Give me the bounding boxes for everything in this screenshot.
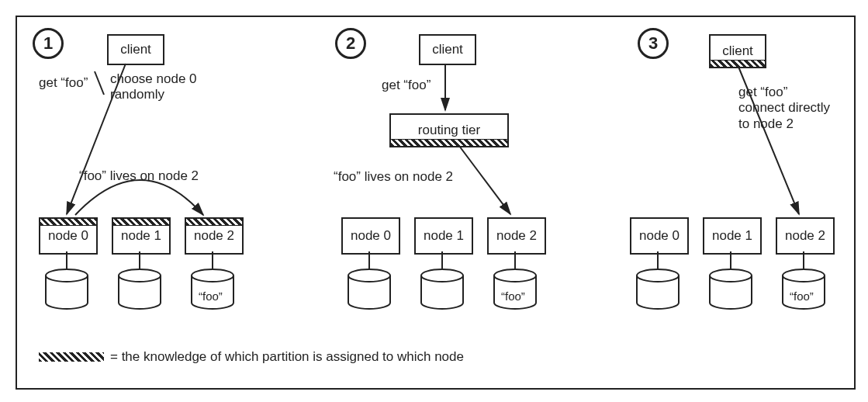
s2-node2-box: node 2 [487, 217, 546, 255]
s3-client-label: client [722, 43, 753, 59]
s1-node1-label: node 1 [121, 228, 161, 244]
s2-stem2 [514, 251, 516, 270]
svg-point-7 [710, 269, 752, 282]
legend-text: = the knowledge of which partition is as… [110, 349, 464, 365]
scenario-1-circle: 1 [33, 28, 64, 59]
diagram-frame: 1 2 3 client get “foo” choose node 0 ran… [16, 16, 856, 390]
scenario-1-num: 1 [43, 33, 53, 54]
s2-foo-lives-label: “foo” lives on node 2 [334, 169, 453, 185]
s1-stem2 [212, 251, 213, 270]
s3-stem1 [730, 251, 731, 270]
svg-point-1 [119, 269, 161, 282]
s3-node1-box: node 1 [703, 217, 762, 255]
s2-client-box: client [419, 34, 476, 65]
s3-stem2 [803, 251, 804, 270]
s1-client-box: client [107, 34, 164, 65]
s2-node1-label: node 1 [424, 228, 464, 244]
svg-point-8 [783, 269, 825, 282]
s2-routing-tier-label: routing tier [418, 123, 480, 138]
s1-foo-lives-label: “foo” lives on node 2 [79, 168, 199, 184]
s3-get-foo-label: get “foo” connect directly to node 2 [738, 85, 830, 132]
legend-hatch-icon [39, 352, 104, 362]
s1-node2-box: node 2 [185, 217, 244, 255]
svg-point-2 [192, 269, 233, 282]
scenario-3-circle: 3 [638, 28, 669, 59]
s2-client-label: client [432, 42, 463, 57]
scenario-2-num: 2 [346, 33, 355, 54]
s3-stem0 [657, 251, 659, 270]
s3-node2-label: node 2 [785, 228, 825, 244]
s1-node2-label: node 2 [194, 228, 234, 244]
s2-node1-box: node 1 [414, 217, 473, 255]
s2-node0-label: node 0 [351, 228, 391, 244]
scenario-2-circle: 2 [335, 28, 366, 59]
s3-node0-label: node 0 [639, 228, 680, 244]
s2-db0 [347, 269, 392, 312]
s3-db0 [635, 269, 680, 312]
s1-client-label: client [120, 42, 151, 57]
s1-db1 [117, 269, 162, 312]
s1-node0-box: node 0 [39, 217, 98, 255]
svg-line-10 [95, 71, 104, 95]
s2-routing-tier-box: routing tier [389, 113, 509, 147]
s1-stem0 [66, 251, 67, 270]
s1-foo-data-label: “foo” [199, 289, 223, 303]
s1-node0-label: node 0 [48, 228, 88, 244]
s3-node1-label: node 1 [712, 228, 752, 244]
s2-get-foo-label: get “foo” [382, 78, 431, 93]
svg-line-12 [459, 146, 510, 214]
s1-stem1 [139, 251, 140, 270]
s3-db1 [708, 269, 753, 312]
s3-node2-box: node 2 [776, 217, 835, 255]
svg-point-4 [421, 269, 463, 282]
svg-point-0 [46, 269, 88, 282]
s1-db0 [44, 269, 89, 312]
s2-foo-data-label: “foo” [501, 289, 525, 303]
s1-node1-box: node 1 [112, 217, 171, 255]
s2-node2-label: node 2 [496, 228, 537, 244]
s3-foo-data-label: “foo” [790, 289, 814, 303]
s2-stem0 [368, 251, 370, 270]
scenario-3-num: 3 [648, 33, 658, 54]
s1-get-foo-label: get “foo” [39, 75, 88, 91]
s1-choose-label: choose node 0 randomly [110, 71, 197, 103]
svg-point-6 [637, 269, 679, 282]
svg-point-5 [494, 269, 536, 282]
svg-point-3 [348, 269, 390, 282]
s2-db1 [420, 269, 465, 312]
s3-node0-box: node 0 [630, 217, 689, 255]
s3-client-box: client [709, 34, 766, 68]
s2-node0-box: node 0 [341, 217, 400, 255]
s2-stem1 [441, 251, 443, 270]
